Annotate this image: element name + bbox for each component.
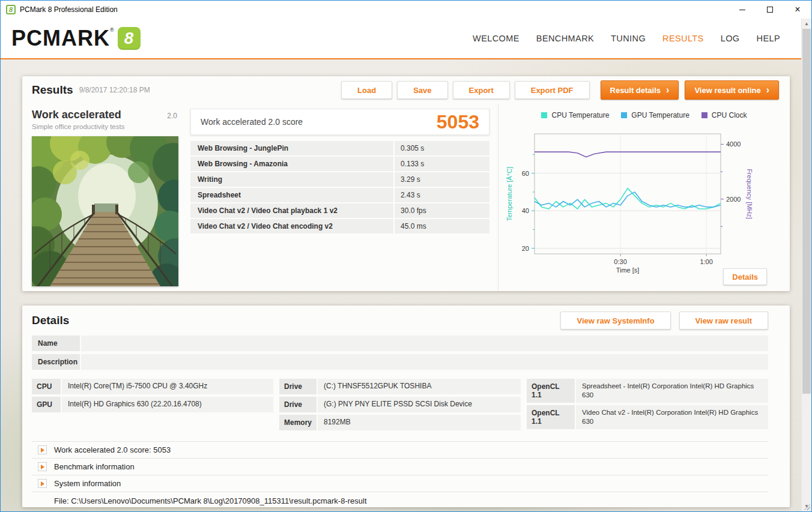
drive-row: Drive (C:) THNSF5512GPUK TOSHIBA — [279, 379, 521, 394]
metric-row: Web Browsing - Amazonia 0.133 s — [190, 157, 489, 171]
svg-text:40: 40 — [521, 207, 529, 214]
view-result-online-button[interactable]: View result online › — [685, 80, 779, 100]
cpu-clock-swatch — [701, 112, 707, 118]
memory-row: Memory 8192MB — [279, 415, 521, 430]
nav-benchmark[interactable]: BENCHMARK — [536, 34, 594, 43]
details-title: Details — [32, 314, 69, 327]
svg-text:Time [s]: Time [s] — [616, 267, 639, 274]
score-column: Work accelerated 2.0 score 5053 Web Brow… — [180, 104, 498, 291]
result-details-button[interactable]: Result details › — [601, 80, 679, 100]
metric-row: Video Chat v2 / Video Chat playback 1 v2… — [190, 203, 489, 218]
legend-cpu-clock: CPU Clock — [701, 111, 747, 119]
scroll-up-arrow[interactable]: ▲ — [802, 19, 811, 29]
svg-text:1:00: 1:00 — [700, 258, 712, 265]
expander-benchmark-information[interactable]: Benchmark information — [32, 458, 768, 475]
test-version: 2.0 — [167, 112, 177, 120]
metric-row: Writing 3.29 s — [190, 172, 489, 187]
chart-column: CPU Temperature GPU Temperature CPU Cloc… — [498, 104, 790, 291]
results-body: Work accelerated 2.0 Simple office produ… — [22, 104, 790, 291]
legend-cpu-temperature: CPU Temperature — [541, 111, 609, 119]
system-info-grid: CPU Intel(R) Core(TM) i5-7500 CPU @ 3.40… — [32, 379, 768, 433]
expandable-sections: Work accelerated 2.0 score: 5053 Benchma… — [32, 441, 768, 510]
expand-arrow-icon — [38, 479, 47, 488]
opencl-row: OpenCL 1.1 Spreadsheet - Intel(R) Corpor… — [527, 379, 768, 403]
svg-text:Temperature [Â°C]: Temperature [Â°C] — [506, 167, 513, 221]
system-info-col1: CPU Intel(R) Core(TM) i5-7500 CPU @ 3.40… — [32, 379, 273, 433]
results-timestamp: 9/8/2017 12:20:18 PM — [79, 86, 150, 94]
metric-row: Web Browsing - JunglePin 0.305 s — [190, 141, 489, 155]
svg-text:20: 20 — [521, 245, 529, 252]
export-button[interactable]: Export — [453, 81, 510, 99]
metric-row: Spreadsheet 2.43 s — [190, 188, 489, 202]
expand-arrow-icon — [38, 445, 47, 454]
view-raw-systeminfo-button[interactable]: View raw SystemInfo — [560, 312, 670, 330]
score-label: Work accelerated 2.0 score — [201, 117, 303, 127]
test-subtitle: Simple office productivity tests — [32, 123, 180, 130]
bridge-photo — [32, 136, 178, 286]
gpu-temperature-swatch — [621, 112, 627, 118]
brand-text: PCMARK — [11, 26, 110, 51]
export-pdf-button[interactable]: Export PDF — [515, 81, 590, 99]
test-info-column: Work accelerated 2.0 Simple office produ… — [32, 104, 180, 291]
scrollbar-thumb[interactable] — [802, 29, 811, 394]
score-value: 5053 — [437, 111, 479, 133]
nav-welcome[interactable]: WELCOME — [473, 34, 520, 43]
name-field-value[interactable] — [81, 336, 768, 351]
chevron-right-icon: › — [666, 85, 669, 95]
details-header: Details View raw SystemInfo View raw res… — [32, 312, 768, 330]
chevron-right-icon: › — [766, 85, 769, 95]
app-icon: 8 — [6, 5, 16, 14]
cpu-row: CPU Intel(R) Core(TM) i5-7500 CPU @ 3.40… — [32, 379, 273, 394]
pcmark-8-icon: 8 — [118, 27, 141, 50]
nav-results[interactable]: RESULTS — [662, 34, 704, 43]
chart-legend: CPU Temperature GPU Temperature CPU Cloc… — [498, 111, 790, 119]
titlebar: 8 PCMark 8 Professional Edition × — [1, 1, 811, 19]
test-name: Work accelerated — [32, 109, 121, 121]
svg-text:Frequency [MHz]: Frequency [MHz] — [746, 169, 753, 219]
app-header: PCMARK ® 8 WELCOME BENCHMARK TUNING RESU… — [1, 19, 811, 59]
description-field-value[interactable] — [81, 354, 768, 370]
content-area: Results 9/8/2017 12:20:18 PM Load Save E… — [1, 59, 801, 511]
expander-system-information[interactable]: System information — [32, 475, 768, 492]
system-info-col3: OpenCL 1.1 Spreadsheet - Intel(R) Corpor… — [527, 379, 768, 433]
description-field-row: Description — [32, 354, 768, 370]
svg-text:60: 60 — [521, 170, 529, 177]
results-card: Results 9/8/2017 12:20:18 PM Load Save E… — [22, 76, 790, 291]
close-button[interactable]: × — [784, 1, 811, 19]
cpu-temperature-swatch — [541, 112, 547, 118]
maximize-icon — [767, 7, 773, 13]
window-title: PCMark 8 Professional Edition — [20, 5, 118, 14]
minimize-icon — [739, 10, 745, 10]
registered-mark: ® — [110, 27, 114, 33]
minimize-button[interactable] — [729, 1, 756, 19]
metric-row: Video Chat v2 / Video Chat encoding v2 4… — [190, 219, 489, 233]
drive-row: Drive (G:) PNY PNY ELITE PSSD SCSI Disk … — [279, 397, 521, 412]
opencl-row: OpenCL 1.1 Video Chat v2 - Intel(R) Corp… — [527, 405, 768, 429]
chart-details-button[interactable]: Details — [723, 268, 767, 285]
metrics-table: Web Browsing - JunglePin 0.305 s Web Bro… — [190, 141, 489, 233]
svg-text:4000: 4000 — [726, 140, 741, 148]
svg-text:0:30: 0:30 — [614, 258, 626, 265]
gpu-row: GPU Intel(R) HD Graphics 630 (22.20.16.4… — [32, 397, 273, 412]
expander-score[interactable]: Work accelerated 2.0 score: 5053 — [32, 441, 768, 458]
nav-tuning[interactable]: TUNING — [611, 34, 646, 43]
score-box: Work accelerated 2.0 score 5053 — [190, 109, 489, 135]
vertical-scrollbar: ▲ ▼ — [801, 19, 811, 511]
view-raw-result-button[interactable]: View raw result — [679, 312, 768, 330]
maximize-button[interactable] — [756, 1, 784, 19]
system-info-col2: Drive (C:) THNSF5512GPUK TOSHIBA Drive (… — [279, 379, 521, 433]
nav-help[interactable]: HELP — [757, 34, 780, 43]
pcmark-logo: PCMARK ® 8 — [11, 26, 141, 51]
performance-chart: 204060200040000:301:00Temperature [Â°C]F… — [503, 129, 786, 274]
save-button[interactable]: Save — [397, 81, 447, 99]
load-button[interactable]: Load — [341, 81, 392, 99]
main-nav: WELCOME BENCHMARK TUNING RESULTS LOG HEL… — [473, 34, 780, 43]
svg-text:2000: 2000 — [726, 196, 741, 203]
results-title: Results — [32, 83, 73, 97]
pcmark-window: 8 PCMark 8 Professional Edition × PCMARK… — [0, 0, 812, 512]
nav-log[interactable]: LOG — [721, 34, 740, 43]
name-field-row: Name — [32, 336, 768, 351]
close-icon: × — [795, 7, 800, 13]
details-card: Details View raw SystemInfo View raw res… — [22, 306, 790, 507]
legend-gpu-temperature: GPU Temperature — [621, 111, 689, 119]
